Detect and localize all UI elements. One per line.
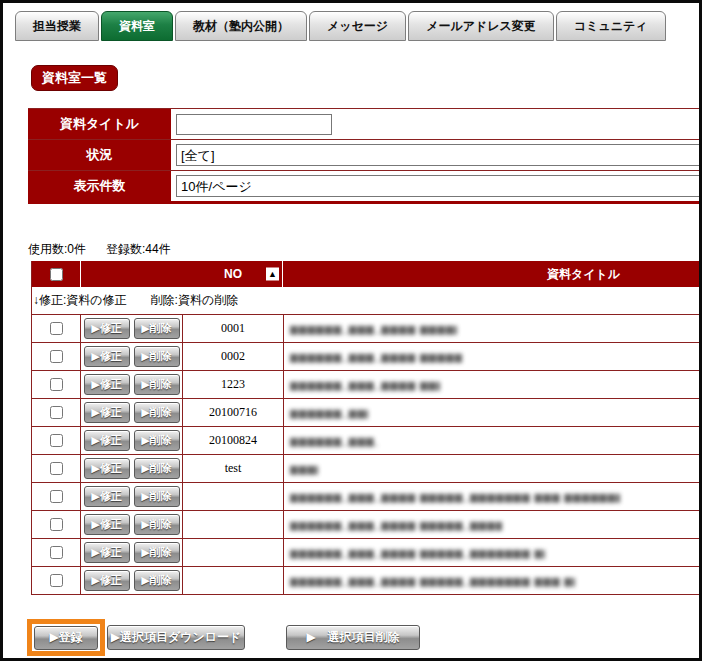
- row-actions-cell: ▶修正▶削除: [81, 483, 183, 510]
- delete-button[interactable]: ▶削除: [134, 346, 180, 367]
- tab-4[interactable]: メールアドレス変更: [408, 11, 554, 41]
- row-checkbox-cell: [32, 539, 81, 566]
- documents-table: NO ▲ 資料タイトル ↓修正:資料の修正 削除:資料の削除 ▶修正▶削除000…: [31, 261, 702, 595]
- edit-button[interactable]: ▶修正: [84, 402, 130, 423]
- redacted-title: ▆▆▆▆▆▆_▆▆▆_▆▆▆▆ ▆▆▆▆▆_▆▆▆▆▆▆▆ ▆▆▆ ▆▆▆▆▆▆…: [290, 405, 368, 420]
- edit-button[interactable]: ▶修正: [84, 570, 130, 591]
- row-checkbox-cell: [32, 567, 81, 594]
- tab-1[interactable]: 資料室: [101, 11, 173, 41]
- row-checkbox-cell: [32, 511, 81, 538]
- filter-control-title: [171, 109, 702, 139]
- filter-control-status: [全て]: [171, 140, 702, 170]
- row-checkbox[interactable]: [50, 378, 63, 391]
- row-actions-cell: ▶修正▶削除: [81, 455, 183, 482]
- edit-button[interactable]: ▶修正: [84, 486, 130, 507]
- tab-3[interactable]: メッセージ: [309, 11, 406, 41]
- edit-button[interactable]: ▶修正: [84, 318, 130, 339]
- row-no: [183, 567, 284, 594]
- delete-button[interactable]: ▶削除: [134, 514, 180, 535]
- row-actions-cell: ▶修正▶削除: [81, 343, 183, 370]
- delete-button[interactable]: ▶削除: [134, 458, 180, 479]
- filter-label-title: 資料タイトル: [28, 109, 171, 139]
- register-button[interactable]: ▶登録: [34, 626, 98, 650]
- row-title-cell: ▆▆▆▆▆▆_▆▆▆_▆▆▆▆ ▆▆▆▆▆_▆▆▆▆▆▆▆ ▆▆▆ ▆▆▆▆▆▆…: [284, 567, 702, 594]
- row-checkbox-cell: [32, 455, 81, 482]
- row-actions-cell: ▶修正▶削除: [81, 427, 183, 454]
- delete-button[interactable]: ▶削除: [134, 430, 180, 451]
- sort-ascending-icon[interactable]: ▲: [266, 268, 279, 281]
- redacted-title: ▆▆▆▆▆▆_▆▆▆_▆▆▆▆ ▆▆▆▆▆_▆▆▆▆▆▆▆ ▆▆▆ ▆▆▆▆▆▆…: [290, 377, 440, 392]
- delete-button[interactable]: ▶削除: [134, 374, 180, 395]
- row-checkbox[interactable]: [50, 322, 63, 335]
- row-no: test: [183, 455, 284, 482]
- edit-button[interactable]: ▶修正: [84, 542, 130, 563]
- table-row: ▶修正▶削除▆▆▆▆▆▆_▆▆▆_▆▆▆▆ ▆▆▆▆▆_▆▆▆▆▆▆▆ ▆▆▆ …: [32, 483, 702, 511]
- tab-bar: 担当授業資料室教材（塾内公開）メッセージメールアドレス変更コミュニティ: [15, 11, 666, 41]
- redacted-title: ▆▆▆▆▆▆_▆▆▆_▆▆▆▆ ▆▆▆▆▆_▆▆▆▆▆▆▆ ▆▆▆ ▆▆▆▆▆▆…: [290, 321, 457, 336]
- row-no: 20100824: [183, 427, 284, 454]
- title-column-header: 資料タイトル: [283, 261, 702, 287]
- row-checkbox-cell: [32, 483, 81, 510]
- row-checkbox[interactable]: [50, 462, 63, 475]
- row-checkbox-cell: [32, 315, 81, 342]
- delete-button[interactable]: ▶削除: [134, 486, 180, 507]
- row-checkbox[interactable]: [50, 350, 63, 363]
- row-no: [183, 511, 284, 538]
- row-title-cell: ▆▆▆▆▆▆_▆▆▆_▆▆▆▆ ▆▆▆▆▆_▆▆▆▆▆▆▆ ▆▆▆ ▆▆▆▆▆▆…: [284, 399, 702, 426]
- status-select[interactable]: [全て]: [176, 144, 702, 166]
- edit-button[interactable]: ▶修正: [84, 374, 130, 395]
- row-title-cell: ▆▆▆▆▆▆_▆▆▆_▆▆▆▆ ▆▆▆▆▆_▆▆▆▆▆▆▆ ▆▆▆ ▆▆▆▆▆▆…: [284, 539, 702, 566]
- row-actions-cell: ▶修正▶削除: [81, 539, 183, 566]
- edit-button[interactable]: ▶修正: [84, 458, 130, 479]
- table-row: ▶修正▶削除20100824▆▆▆▆▆▆_▆▆▆_▆▆▆▆ ▆▆▆▆▆_▆▆▆▆…: [32, 427, 702, 455]
- row-checkbox[interactable]: [50, 406, 63, 419]
- redacted-title: ▆▆▆▆▆▆_▆▆▆_▆▆▆▆ ▆▆▆▆▆_▆▆▆▆▆▆▆ ▆▆▆ ▆▆▆▆▆▆…: [290, 573, 575, 588]
- delete-button[interactable]: ▶削除: [134, 542, 180, 563]
- row-no: [183, 539, 284, 566]
- filter-row-title: 資料タイトル: [28, 109, 702, 140]
- page-size-select[interactable]: 10件/ページ: [176, 175, 702, 197]
- delete-button[interactable]: ▶削除: [134, 318, 180, 339]
- row-title-cell: ▆▆▆▆▆▆_▆▆▆_▆▆▆▆ ▆▆▆▆▆_▆▆▆▆▆▆▆ ▆▆▆ ▆▆▆▆▆▆…: [284, 427, 702, 454]
- row-title-cell: ▆▆▆▆▆▆_▆▆▆_▆▆▆▆ ▆▆▆▆▆_▆▆▆▆▆▆▆ ▆▆▆ ▆▆▆▆▆▆…: [284, 455, 702, 482]
- filter-control-pagesize: 10件/ページ: [171, 171, 702, 201]
- row-checkbox[interactable]: [50, 490, 63, 503]
- redacted-title: ▆▆▆▆▆▆_▆▆▆_▆▆▆▆ ▆▆▆▆▆_▆▆▆▆▆▆▆ ▆▆▆ ▆▆▆▆▆▆…: [290, 433, 378, 448]
- row-checkbox[interactable]: [50, 434, 63, 447]
- edit-button[interactable]: ▶修正: [84, 514, 130, 535]
- header-checkbox-cell: [32, 261, 81, 287]
- table-row: ▶修正▶削除▆▆▆▆▆▆_▆▆▆_▆▆▆▆ ▆▆▆▆▆_▆▆▆▆▆▆▆ ▆▆▆ …: [32, 511, 702, 539]
- delete-button[interactable]: ▶削除: [134, 570, 180, 591]
- row-checkbox[interactable]: [50, 518, 63, 531]
- redacted-title: ▆▆▆▆▆▆_▆▆▆_▆▆▆▆ ▆▆▆▆▆_▆▆▆▆▆▆▆ ▆▆▆ ▆▆▆▆▆▆…: [290, 489, 620, 504]
- counts-line: 使用数:0件登録数:44件: [28, 241, 191, 258]
- row-checkbox[interactable]: [50, 546, 63, 559]
- row-title-cell: ▆▆▆▆▆▆_▆▆▆_▆▆▆▆ ▆▆▆▆▆_▆▆▆▆▆▆▆ ▆▆▆ ▆▆▆▆▆▆…: [284, 343, 702, 370]
- row-actions-cell: ▶修正▶削除: [81, 315, 183, 342]
- table-note: ↓修正:資料の修正 削除:資料の削除: [33, 292, 238, 309]
- header-no-cell: NO ▲: [81, 261, 283, 287]
- edit-button[interactable]: ▶修正: [84, 346, 130, 367]
- page: 担当授業資料室教材（塾内公開）メッセージメールアドレス変更コミュニティ 資料室一…: [0, 0, 702, 661]
- download-selected-button[interactable]: ▶選択項目ダウンロード: [107, 625, 245, 650]
- row-title-cell: ▆▆▆▆▆▆_▆▆▆_▆▆▆▆ ▆▆▆▆▆_▆▆▆▆▆▆▆ ▆▆▆ ▆▆▆▆▆▆…: [284, 511, 702, 538]
- title-search-input[interactable]: [176, 114, 332, 135]
- usage-count: 使用数:0件: [28, 242, 86, 256]
- edit-button[interactable]: ▶修正: [84, 430, 130, 451]
- tab-5[interactable]: コミュニティ: [556, 11, 666, 41]
- redacted-title: ▆▆▆▆▆▆_▆▆▆_▆▆▆▆ ▆▆▆▆▆_▆▆▆▆▆▆▆ ▆▆▆ ▆▆▆▆▆▆…: [290, 461, 318, 476]
- tab-0[interactable]: 担当授業: [15, 11, 99, 41]
- table-header: NO ▲ 資料タイトル: [32, 261, 702, 287]
- row-actions-cell: ▶修正▶削除: [81, 511, 183, 538]
- table-row: ▶修正▶削除1223▆▆▆▆▆▆_▆▆▆_▆▆▆▆ ▆▆▆▆▆_▆▆▆▆▆▆▆ …: [32, 371, 702, 399]
- select-all-checkbox[interactable]: [50, 268, 63, 281]
- table-row: ▶修正▶削除test▆▆▆▆▆▆_▆▆▆_▆▆▆▆ ▆▆▆▆▆_▆▆▆▆▆▆▆ …: [32, 455, 702, 483]
- delete-selected-button[interactable]: ▶ 選択項目削除: [286, 625, 420, 650]
- tab-2[interactable]: 教材（塾内公開）: [175, 11, 307, 41]
- delete-button[interactable]: ▶削除: [134, 402, 180, 423]
- row-title-cell: ▆▆▆▆▆▆_▆▆▆_▆▆▆▆ ▆▆▆▆▆_▆▆▆▆▆▆▆ ▆▆▆ ▆▆▆▆▆▆…: [284, 483, 702, 510]
- no-column-header: NO: [224, 267, 242, 281]
- table-body: ▶修正▶削除0001▆▆▆▆▆▆_▆▆▆_▆▆▆▆ ▆▆▆▆▆_▆▆▆▆▆▆▆ …: [32, 315, 702, 595]
- table-row: ▶修正▶削除0002▆▆▆▆▆▆_▆▆▆_▆▆▆▆ ▆▆▆▆▆_▆▆▆▆▆▆▆ …: [32, 343, 702, 371]
- row-checkbox[interactable]: [50, 574, 63, 587]
